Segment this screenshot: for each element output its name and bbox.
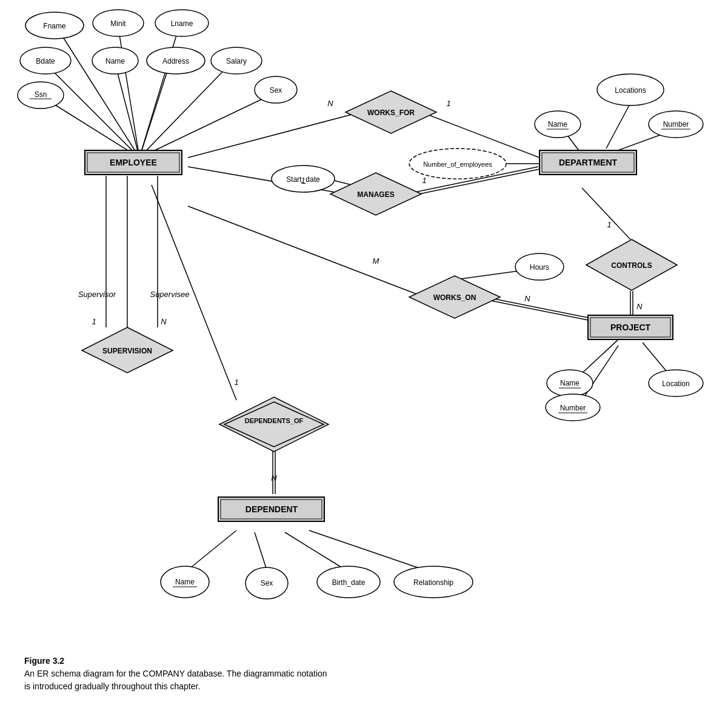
dependents-of-n: N	[271, 473, 277, 483]
dept-name-attr: Name	[548, 120, 567, 129]
er-diagram-container: EMPLOYEE DEPARTMENT PROJECT DEPENDENT WO…	[0, 0, 728, 655]
er-diagram-svg: EMPLOYEE DEPARTMENT PROJECT DEPENDENT WO…	[0, 0, 728, 655]
dependents-of-1: 1	[234, 378, 238, 387]
svg-line-4	[115, 64, 139, 158]
svg-line-7	[42, 97, 139, 158]
bdate-attr: Bdate	[36, 57, 55, 65]
svg-line-35	[255, 532, 267, 570]
works-for-label: WORKS_FOR	[367, 109, 415, 117]
dep-sex-attr: Sex	[261, 579, 273, 587]
svg-line-14	[582, 188, 630, 239]
svg-line-17	[606, 103, 630, 149]
dept-number-attr: Number	[663, 120, 689, 129]
supervision-supervisee-label: Supervisee	[150, 290, 189, 299]
controls-n: N	[636, 302, 643, 311]
fname-attr: Fname	[43, 22, 66, 30]
works-for-1: 1	[446, 99, 450, 108]
works-for-n: N	[327, 99, 333, 108]
svg-line-5	[139, 64, 170, 158]
minit-attr: Minit	[110, 19, 126, 28]
proj-name-attr: Name	[560, 379, 579, 387]
caption-line2: is introduced gradually throughout this …	[24, 681, 200, 691]
dep-relationship-attr: Relationship	[413, 578, 453, 587]
project-label: PROJECT	[610, 323, 651, 332]
proj-location-attr: Location	[662, 379, 689, 388]
lname-attr: Lname	[171, 19, 193, 28]
supervision-label: SUPERVISION	[102, 347, 152, 355]
svg-line-8	[139, 94, 273, 158]
caption-line1: An ER schema diagram for the COMPANY dat…	[24, 669, 327, 678]
supervision-1: 1	[92, 317, 96, 326]
employee-label: EMPLOYEE	[110, 158, 157, 167]
figure-title: Figure 3.2	[24, 656, 64, 666]
svg-line-34	[188, 530, 236, 570]
figure-caption: Figure 3.2 An ER schema diagram for the …	[12, 649, 728, 699]
supervision-supervisor-label: Supervisor	[78, 290, 116, 299]
svg-line-36	[285, 532, 346, 570]
dependent-label: DEPENDENT	[245, 504, 298, 514]
svg-line-21	[188, 206, 424, 297]
num-employees-attr: Number_of_employees	[423, 161, 492, 168]
proj-number-attr: Number	[560, 404, 586, 412]
controls-1: 1	[607, 220, 611, 229]
dep-birthdate-attr: Birth_date	[332, 578, 366, 587]
works-on-label: WORKS_ON	[433, 293, 476, 302]
svg-line-3	[45, 64, 139, 158]
controls-label: CONTROLS	[611, 261, 652, 270]
emp-sex-attr: Sex	[270, 86, 282, 95]
manages-1-emp: 1	[301, 176, 305, 185]
address-attr: Address	[162, 57, 189, 65]
works-on-m: M	[373, 256, 379, 266]
manages-1-dept: 1	[422, 176, 426, 185]
hours-attr: Hours	[530, 263, 549, 272]
emp-name-attr: Name	[105, 57, 125, 65]
dep-name-attr: Name	[175, 578, 195, 586]
svg-line-6	[139, 64, 230, 158]
svg-line-9	[188, 112, 361, 158]
dependents-of-label: DEPENDENTS_OF	[245, 417, 304, 424]
svg-line-37	[309, 530, 424, 570]
salary-attr: Salary	[226, 57, 247, 65]
ssn-attr: Ssn	[35, 90, 47, 99]
supervision-n: N	[161, 317, 167, 326]
manages-label: MANAGES	[357, 190, 394, 199]
works-on-n: N	[524, 294, 530, 303]
locations-attr: Locations	[615, 86, 646, 95]
svg-marker-52	[219, 397, 329, 452]
svg-line-1	[118, 27, 139, 158]
department-label: DEPARTMENT	[559, 158, 618, 167]
